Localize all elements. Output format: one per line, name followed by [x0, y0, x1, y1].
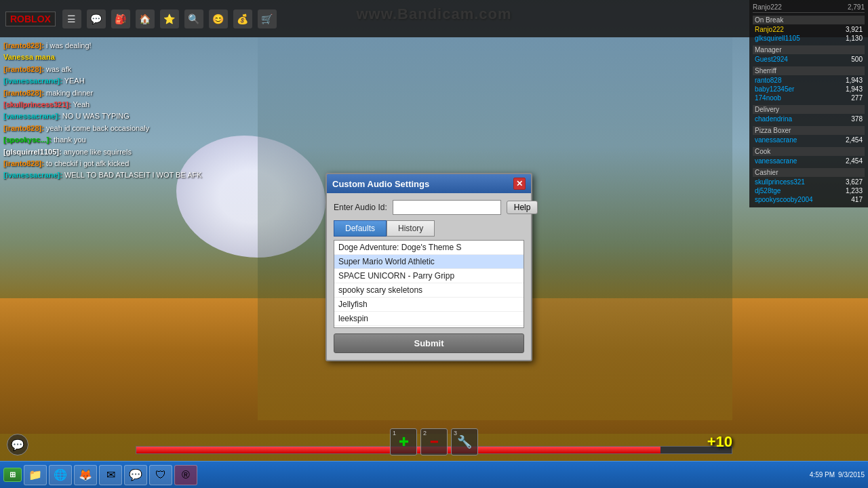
lb-name-ranjo: Ranjo222	[755, 26, 784, 33]
shop-icon[interactable]: 🛒	[258, 9, 277, 28]
chat-text-7: NO U WAS TYPING	[62, 112, 130, 120]
chat-username-12: [ivanessacrane]:	[3, 171, 62, 179]
chat-message-1: [iranto828]: i was dealing!	[3, 41, 214, 51]
help-button[interactable]: Help	[507, 201, 538, 214]
chat-username-3: [iranto828]:	[3, 65, 44, 73]
lb-section-pizzaboxer: Pizza Boxer vanessacrane 2,454	[753, 126, 865, 144]
audio-item-mario[interactable]: Super Mario World Athletic	[334, 255, 524, 269]
tab-row: Defaults History	[334, 220, 524, 237]
hud-slot-2-num: 2	[423, 430, 427, 436]
chat-username-4: [ivanessacrane]:	[3, 77, 62, 85]
audio-item-doge[interactable]: Doge Adventure: Doge's Theme S	[334, 241, 524, 255]
chat-icon[interactable]: 💬	[87, 9, 106, 28]
submit-button[interactable]: Submit	[334, 333, 524, 353]
hud-slot-3[interactable]: 3 🔧	[451, 428, 478, 455]
menu-icon[interactable]: ☰	[62, 9, 81, 28]
hud-slot-3-num: 3	[454, 430, 457, 436]
toolbar-icons: ☰ 💬 🎒 🏠 ⭐ 🔍 😊 💰 🛒	[62, 9, 277, 28]
dialog-close-button[interactable]: ✕	[513, 178, 526, 190]
audio-id-row: Enter Audio Id: Help	[334, 200, 524, 215]
audio-id-input[interactable]	[393, 200, 501, 215]
lb-score-spooky: 417	[851, 196, 863, 203]
taskbar-date: 9/3/2015	[838, 471, 865, 479]
chat-username-8: [iranto828]:	[3, 124, 44, 132]
hud-slot-1[interactable]: 1 ✚	[390, 428, 417, 455]
remove-tool-icon: ━	[431, 434, 438, 449]
emote-icon[interactable]: 😊	[209, 9, 228, 28]
chat-bubble-icon[interactable]: 💬	[7, 434, 28, 455]
chat-text-9: thank you	[54, 136, 86, 144]
chat-text-1: i was dealing!	[46, 41, 92, 49]
score-indicator: +10	[707, 433, 732, 451]
tab-defaults[interactable]: Defaults	[334, 220, 387, 237]
lb-score-vanessa-cook: 2,454	[846, 157, 863, 165]
lb-row-glks: glksquirell1105 1,130	[753, 34, 865, 43]
taskbar-app-avast[interactable]: 🛡	[149, 465, 172, 485]
chat-username-9: [spookysc...]:	[3, 136, 52, 144]
chat-username-1: [iranto828]:	[3, 41, 44, 49]
lb-name-ranto: ranto828	[755, 77, 781, 84]
chat-text-6: Yeah	[73, 100, 90, 108]
lb-score-ranjo: 3,921	[846, 26, 863, 33]
tab-history[interactable]: History	[387, 220, 435, 237]
lb-name-chaden: chadendrina	[755, 115, 792, 123]
lb-score-guest: 500	[851, 56, 863, 63]
lb-name-dj528: dj528tge	[755, 187, 781, 195]
lb-row-skull: skullprincess321 3,627	[753, 178, 865, 186]
audio-item-doge-text: Doge Adventure: Doge's Theme S	[338, 243, 462, 252]
lb-score-glks: 1,130	[846, 35, 863, 42]
start-icon: ⊞	[9, 470, 16, 479]
home-icon[interactable]: 🏠	[136, 9, 155, 28]
audio-list[interactable]: Doge Adventure: Doge's Theme S Super Mar…	[334, 240, 524, 328]
lb-section-title-cashier: Cashier	[753, 168, 865, 177]
taskbar-app-roblox[interactable]: ®	[174, 465, 197, 485]
lb-row-dj528: dj528tge 1,233	[753, 186, 865, 195]
chat-message-3: [iranto828]: was afk	[3, 64, 214, 75]
favorites-icon[interactable]: ⭐	[160, 9, 179, 28]
lb-row-chaden: chadendrina 378	[753, 115, 865, 123]
lb-section-on-break: On Break Ranjo222 3,921 glksquirell1105 …	[753, 16, 865, 43]
chat-username-10: [glsquirrel1105]:	[3, 148, 62, 156]
taskbar-time: 4:59 PM	[810, 471, 835, 479]
backpack-icon[interactable]: 🎒	[111, 9, 130, 28]
chat-username-2: Vanessa mana	[3, 53, 55, 61]
chat-text-8: yeah id come back occasionaly	[46, 124, 149, 132]
audio-item-skeletons[interactable]: spooky scary skeletons	[334, 283, 524, 298]
custom-audio-dialog[interactable]: Custom Audio Settings ✕ Enter Audio Id: …	[326, 173, 532, 361]
taskbar-app-explorer[interactable]: 📁	[24, 465, 47, 485]
taskbar-app-ie[interactable]: 🦊	[74, 465, 97, 485]
chat-text-12: WELL TO BAD ATLASEIT I WOT BE AFK	[64, 171, 202, 179]
hud-slot-2[interactable]: 2 ━	[420, 428, 448, 455]
lb-row-vanessa-cook: vanessacrane 2,454	[753, 157, 865, 165]
audio-item-jellyfish[interactable]: Jellyfish	[334, 298, 524, 312]
audio-item-unicorn[interactable]: SPACE UNICORN - Parry Gripp	[334, 269, 524, 283]
taskbar-app-mail[interactable]: ✉	[99, 465, 122, 485]
tool-3-icon: 🔧	[457, 434, 472, 449]
taskbar-app-skype[interactable]: 💬	[124, 465, 147, 485]
taskbar-app-chrome[interactable]: 🌐	[49, 465, 72, 485]
currency-icon[interactable]: 💰	[233, 9, 252, 28]
lb-score-dj528: 1,233	[846, 187, 863, 195]
chat-message-10: [glsquirrel1105]: anyone like squirrels	[3, 147, 214, 157]
lb-row-ranto: ranto828 1,943	[753, 76, 865, 85]
leaderboard-header: Ranjo222 2,791	[753, 3, 865, 13]
player-self-score: 2,791	[848, 3, 865, 11]
lb-section-manager: Manager Guest2924 500	[753, 45, 865, 64]
audio-item-leekspin[interactable]: leekspin	[334, 312, 524, 326]
lb-name-174noob: 174noob	[755, 94, 781, 102]
chat-username-11: [iranto828]:	[3, 159, 44, 167]
lb-section-title-manager: Manager	[753, 45, 865, 54]
hud-tools: 1 ✚ 2 ━ 3 🔧	[390, 428, 478, 455]
lb-name-vanessa-cook: vanessacrane	[755, 157, 797, 165]
lb-name-glks: glksquirell1105	[755, 35, 800, 42]
audio-id-label: Enter Audio Id:	[334, 203, 387, 212]
start-button[interactable]: ⊞	[3, 468, 22, 482]
search-icon[interactable]: 🔍	[184, 9, 203, 28]
top-toolbar: ROBLOX ☰ 💬 🎒 🏠 ⭐ 🔍 😊 💰 🛒	[0, 0, 868, 37]
audio-item-leekspin-text: leekspin	[338, 314, 368, 323]
taskbar-right: 4:59 PM 9/3/2015	[810, 471, 865, 479]
chat-message-2: Vanessa mana	[3, 52, 214, 62]
lb-name-spooky: spookyscooby2004	[755, 196, 813, 203]
hud-slot-1-num: 1	[393, 430, 396, 436]
add-tool-icon: ✚	[399, 434, 409, 449]
